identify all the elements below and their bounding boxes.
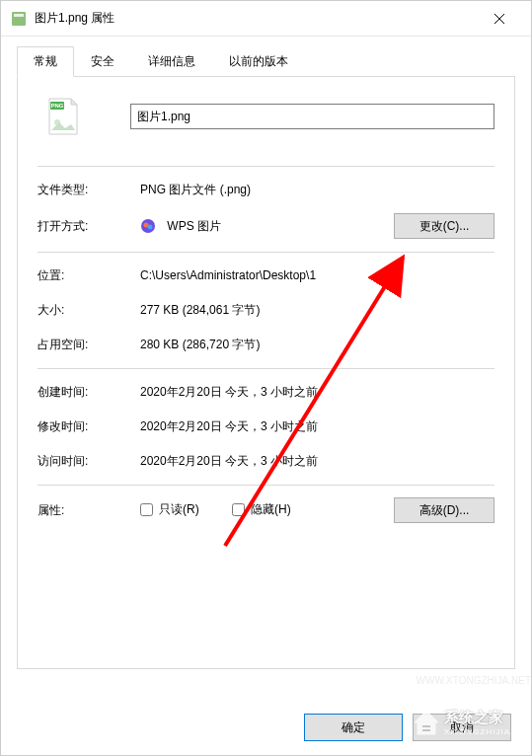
close-button[interactable]: [478, 4, 521, 34]
dialog-footer: 确定 取消: [304, 714, 511, 741]
hidden-checkbox[interactable]: [232, 503, 245, 516]
filetype-value: PNG 图片文件 (.png): [140, 182, 494, 198]
svg-rect-1: [14, 14, 24, 17]
properties-window: 图片1.png 属性 常规 安全 详细信息 以前的版本 PNG: [0, 0, 532, 756]
row-created: 创建时间: 2020年2月20日 今天，3 小时之前: [38, 381, 494, 403]
row-accessed: 访问时间: 2020年2月20日 今天，3 小时之前: [38, 450, 494, 472]
modified-value: 2020年2月20日 今天，3 小时之前: [140, 418, 494, 435]
attr-value: 只读(R) 隐藏(H): [140, 501, 394, 519]
svg-point-7: [148, 225, 153, 230]
divider: [38, 166, 494, 167]
window-icon: [11, 11, 27, 27]
readonly-label: 只读(R): [159, 501, 199, 518]
close-icon: [494, 14, 504, 24]
hidden-checkbox-wrap[interactable]: 隐藏(H): [232, 501, 291, 518]
created-label: 创建时间:: [38, 384, 140, 401]
filetype-label: 文件类型:: [38, 182, 140, 198]
titlebar: 图片1.png 属性: [1, 1, 531, 37]
tab-strip: 常规 安全 详细信息 以前的版本: [17, 46, 515, 77]
openwith-label: 打开方式:: [38, 218, 140, 235]
location-label: 位置:: [38, 267, 140, 284]
openwith-app-name: WPS 图片: [167, 219, 221, 233]
tab-details[interactable]: 详细信息: [131, 46, 212, 76]
change-button[interactable]: 更改(C)...: [394, 213, 494, 239]
row-openwith: 打开方式: WPS 图片 更改(C)...: [38, 213, 494, 239]
ondisk-label: 占用空间:: [38, 337, 140, 353]
file-header: PNG: [38, 97, 494, 136]
attr-label: 属性:: [38, 502, 140, 519]
window-title: 图片1.png 属性: [35, 10, 478, 27]
row-location: 位置: C:\Users\Administrator\Desktop\1: [38, 265, 494, 286]
wps-app-icon: [140, 218, 156, 234]
png-file-icon: PNG: [45, 97, 81, 136]
cancel-button[interactable]: 取消: [413, 714, 511, 741]
divider: [38, 368, 494, 369]
hidden-label: 隐藏(H): [251, 501, 291, 518]
openwith-value: WPS 图片: [140, 218, 394, 235]
size-label: 大小:: [38, 302, 140, 319]
tab-general[interactable]: 常规: [17, 46, 74, 77]
readonly-checkbox[interactable]: [140, 503, 153, 516]
row-attributes: 属性: 只读(R) 隐藏(H) 高级(D)...: [38, 497, 494, 523]
accessed-label: 访问时间:: [38, 453, 140, 470]
row-filetype: 文件类型: PNG 图片文件 (.png): [38, 179, 494, 200]
size-value: 277 KB (284,061 字节): [140, 302, 494, 319]
readonly-checkbox-wrap[interactable]: 只读(R): [140, 501, 199, 518]
ondisk-value: 280 KB (286,720 字节): [140, 337, 494, 353]
advanced-button[interactable]: 高级(D)...: [394, 497, 494, 523]
row-size: 大小: 277 KB (284,061 字节): [38, 299, 494, 321]
filename-input[interactable]: [130, 104, 494, 129]
tab-panel-general: PNG 文件类型: PNG 图片文件 (.png) 打开方式:: [17, 77, 515, 669]
tab-security[interactable]: 安全: [74, 46, 131, 76]
divider: [38, 485, 494, 486]
accessed-value: 2020年2月20日 今天，3 小时之前: [140, 453, 494, 470]
row-ondisk: 占用空间: 280 KB (286,720 字节): [38, 334, 494, 355]
tab-previous[interactable]: 以前的版本: [212, 46, 305, 76]
location-value: C:\Users\Administrator\Desktop\1: [140, 268, 494, 282]
ok-button[interactable]: 确定: [304, 714, 403, 741]
row-modified: 修改时间: 2020年2月20日 今天，3 小时之前: [38, 416, 494, 437]
divider: [38, 252, 494, 253]
modified-label: 修改时间:: [38, 418, 140, 435]
created-value: 2020年2月20日 今天，3 小时之前: [140, 384, 494, 401]
content-area: 常规 安全 详细信息 以前的版本 PNG: [1, 37, 531, 685]
svg-text:PNG: PNG: [50, 103, 63, 109]
